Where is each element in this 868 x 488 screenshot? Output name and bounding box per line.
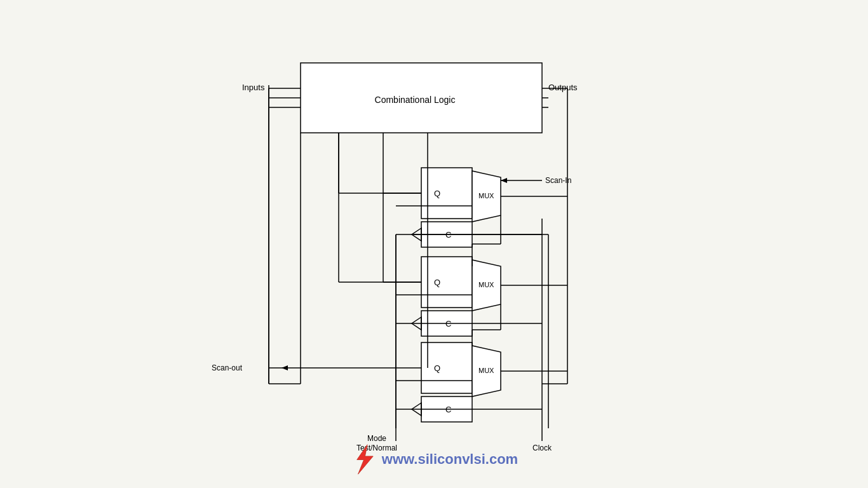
circuit-diagram: Combinational Logic Inputs Outputs Q — [148, 22, 720, 466]
inputs-label: Inputs — [242, 83, 265, 92]
ff3-mux-label: MUX — [478, 367, 494, 374]
combinational-logic-label: Combinational Logic — [375, 95, 456, 105]
ff2-mux-label: MUX — [478, 281, 494, 288]
svg-rect-29 — [421, 257, 472, 308]
svg-rect-17 — [421, 168, 472, 219]
scan-in-label: Scan-In — [545, 176, 571, 185]
svg-marker-80 — [357, 445, 373, 474]
svg-rect-42 — [421, 342, 472, 393]
outputs-label: Outputs — [548, 83, 578, 92]
clock-label: Clock — [532, 444, 552, 452]
watermark: www.siliconvlsi.com — [350, 444, 518, 475]
ff2-q-label: Q — [434, 278, 440, 287]
mode-label: Mode — [367, 434, 386, 443]
ff3-q-label: Q — [434, 363, 440, 373]
diagram-container: Combinational Logic Inputs Outputs Q — [0, 0, 868, 488]
ff1-mux-label: MUX — [478, 192, 494, 200]
lightning-icon — [350, 444, 376, 475]
ff1-q-label: Q — [434, 189, 440, 198]
scan-out-label: Scan-out — [212, 363, 243, 372]
watermark-url: www.siliconvlsi.com — [382, 451, 518, 468]
